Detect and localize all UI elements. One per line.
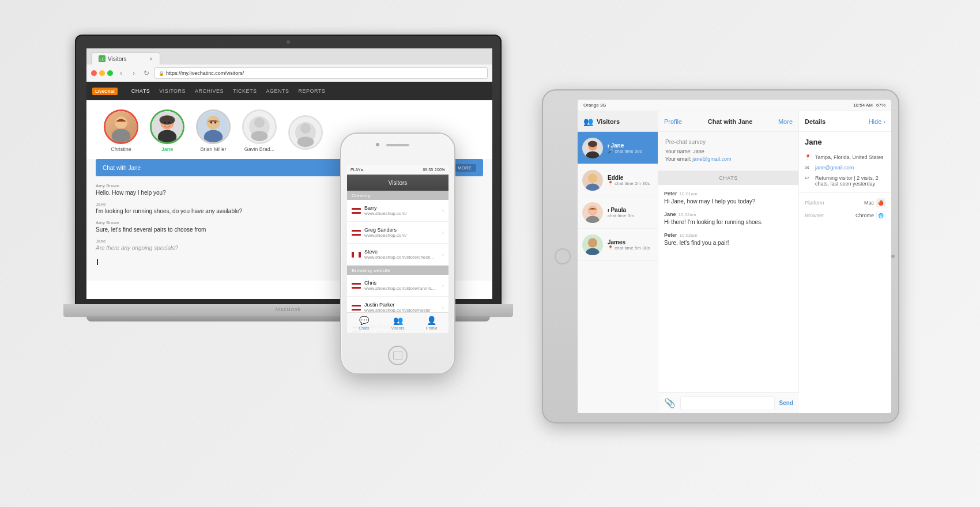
refresh-btn[interactable]: ↻	[142, 69, 151, 78]
visitor-avatar-wrap-gavin[interactable]: Gavin Brad...	[242, 109, 277, 152]
profile-tab-icon: 👤	[427, 316, 436, 325]
forward-btn[interactable]: ›	[129, 69, 138, 78]
ipad-msg-header-3: Peter 10:02am	[664, 232, 793, 238]
svg-point-29	[589, 206, 597, 214]
nav-visitors[interactable]: VISITORS	[159, 88, 186, 94]
visitor-avatar-wrap-brian[interactable]: Brian Miller	[196, 109, 231, 152]
livechat-logo: LiveChat	[92, 88, 118, 95]
svg-point-19	[297, 137, 314, 147]
chrome-browser-icon: 🌐	[876, 211, 885, 220]
ipad-visitor-item-james[interactable]: James 📍 chat time 5m 30s	[578, 229, 658, 261]
maximize-window-btn[interactable]	[107, 70, 113, 76]
ipad-visitor-item-paula[interactable]: f Paula chat time 3m	[578, 196, 658, 229]
iphone-home-button[interactable]	[388, 346, 408, 365]
iphone-item-url-steve: www.shoeshop.com/store/check...	[364, 255, 439, 260]
ipad-browser-label: Browser	[805, 213, 824, 218]
avatar-name-brian: Brian Miller	[200, 146, 226, 152]
nav-agents[interactable]: AGENTS	[266, 88, 289, 94]
svg-point-4	[158, 130, 176, 144]
ipad-chat-title: Chat with Jane	[682, 118, 778, 125]
ipad-visitor-info-jane: f Jane 🎤 chat time 30s	[608, 142, 653, 154]
back-btn[interactable]: ‹	[116, 69, 126, 78]
iphone-list-item-steve[interactable]: Steve www.shoeshop.com/store/check... ›	[347, 244, 448, 266]
iphone-flag-barry	[352, 208, 361, 214]
ipad-attach-icon[interactable]: 📎	[664, 398, 676, 408]
iphone-item-text-steve: Steve www.shoeshop.com/store/check...	[364, 249, 439, 260]
iphone-item-text-barry: Barry www.shoeshop.com/	[364, 205, 439, 216]
avatar-circle-gavin	[242, 109, 277, 144]
tab-favicon: LC	[99, 55, 105, 62]
visitor-avatar-wrap-christine[interactable]: 3 Christine	[104, 109, 138, 152]
ipad-detail-location-row: 📍 Tampa, Florida, United States	[799, 152, 891, 162]
ipad-visitor-name-paula: f Paula	[608, 207, 653, 213]
iphone-item-url-chris: www.shoeshop.com/store/runnin...	[364, 286, 439, 291]
ipad-visitor-item-jane[interactable]: f Jane 🎤 chat time 30s	[578, 132, 658, 164]
iphone-item-text-chris: Chris www.shoeshop.com/store/runnin...	[364, 280, 439, 291]
ipad-send-btn[interactable]: Send	[779, 400, 793, 406]
svg-point-18	[300, 123, 311, 134]
ipad-col1-header: 👥 Visitors	[578, 111, 658, 132]
iphone-header-title: Visitors	[389, 180, 408, 186]
nav-chats[interactable]: CHATS	[131, 88, 150, 94]
ipad-profile-tab[interactable]: Profile	[664, 118, 682, 125]
ipad-message-input[interactable]	[680, 396, 775, 410]
visitor-avatar-wrap-jane[interactable]: Jane	[150, 109, 184, 152]
avatar-circle-christine: 3	[104, 109, 138, 144]
ipad-message-area: Peter 10:01am Hi Jane, how may I help yo…	[658, 185, 798, 259]
svg-point-25	[586, 183, 599, 191]
iphone-tab-chats[interactable]: 💬 Chats	[347, 313, 381, 333]
ipad-visitor-status-paula: chat time 3m	[608, 213, 653, 218]
ipad-more-btn[interactable]: More	[778, 118, 793, 125]
svg-point-31	[586, 248, 599, 255]
visitor-avatar-wrap-unknown[interactable]	[288, 115, 323, 152]
more-btn[interactable]: MORE	[453, 164, 476, 172]
ipad-home-button[interactable]	[555, 248, 571, 264]
iphone-list-item-chris[interactable]: Chris www.shoeshop.com/store/runnin... ›	[347, 275, 448, 297]
chats-tab-label: Chats	[359, 326, 369, 330]
ipad-msg-text-3: Sure, let's find you a pair!	[664, 239, 793, 247]
iphone-list-item-barry[interactable]: Barry www.shoeshop.com/ ›	[347, 200, 448, 222]
iphone-tab-visitors[interactable]: 👥 Visitors	[381, 313, 415, 333]
nav-reports[interactable]: REPORTS	[299, 88, 326, 94]
ipad-detail-returning-row: ↩ Returning visitor | 2 visits, 2 chats,…	[799, 173, 891, 189]
ipad-pre-chat-name-label: Your name:	[665, 149, 692, 154]
ipad-visitor-info-paula: f Paula chat time 3m	[608, 207, 653, 218]
ipad-msg-time-1: 10:01am	[680, 191, 698, 196]
svg-point-1	[112, 129, 130, 143]
ipad-msg-text-1: Hi Jane, how may I help you today?	[664, 198, 793, 206]
iphone-flag-greg	[352, 230, 361, 236]
ipad-visitor-status-eddie: 📍 chat time 2m 30s	[608, 181, 653, 186]
iphone: PLAY ▸ 09:35 100% Visitors Creating	[340, 133, 455, 380]
browser-tab-visitors[interactable]: LC Visitors ×	[91, 52, 160, 65]
ipad-detail-email: jane@gmail.com	[815, 165, 854, 171]
iphone-status-right: 09:35 100%	[423, 168, 445, 172]
address-bar[interactable]: 🔒 https://my.livechatinc.com/visitors/	[154, 67, 488, 79]
tab-close-btn[interactable]: ×	[149, 56, 153, 62]
ipad-detail-browser-row: Browser Chrome 🌐	[799, 209, 891, 222]
iphone-item-name-steve: Steve	[364, 249, 439, 255]
iphone-tab-profile[interactable]: 👤 Profile	[414, 313, 448, 333]
iphone-signal: ▸	[361, 168, 364, 172]
iphone-item-name-justin: Justin Parker	[364, 302, 439, 308]
ipad-pre-chat-name-row: Your name: Jane	[665, 149, 791, 154]
ipad-pre-chat-email-row: Your email: jane@gmail.com	[665, 156, 791, 162]
svg-point-32	[589, 239, 597, 247]
nav-tickets[interactable]: TICKETS	[233, 88, 257, 94]
traffic-lights	[91, 70, 113, 76]
visitors-icon: 👥	[583, 117, 593, 126]
nav-archives[interactable]: ARCHIVES	[195, 88, 224, 94]
visitors-tab-label: Visitors	[391, 326, 405, 330]
iphone-app-header: Visitors	[347, 175, 448, 191]
ipad-browser-value: Chrome 🌐	[855, 211, 885, 220]
avatar-circle-unknown	[288, 115, 323, 150]
ipad-hide-btn[interactable]: Hide ›	[869, 118, 885, 125]
ipad-visitor-item-eddie[interactable]: Eddie 📍 chat time 2m 30s	[578, 164, 658, 196]
minimize-window-btn[interactable]	[99, 70, 105, 76]
iphone-list-item-greg[interactable]: Greg Sanders www.shoeshop.com/ ›	[347, 222, 448, 244]
ipad-detail-divider	[799, 192, 891, 193]
avatar-img-brian	[198, 109, 229, 144]
iphone-carrier: PLAY	[350, 168, 360, 172]
avatar-name-christine: Christine	[111, 146, 131, 152]
close-window-btn[interactable]	[91, 70, 97, 76]
ipad-msg-sender-2: Jane	[664, 211, 676, 217]
